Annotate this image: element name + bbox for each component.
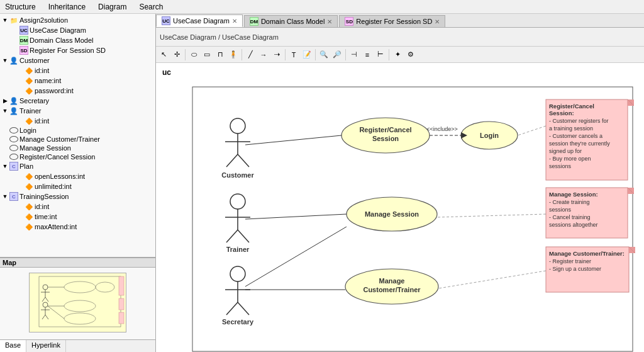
svg-line-57: [245, 227, 347, 287]
svg-line-39: [238, 302, 249, 315]
svg-text:Register/Cancel: Register/Cancel: [359, 126, 411, 133]
tree-label-uc: UseCase Diagram: [30, 26, 86, 34]
svg-text:Trainer: Trainer: [226, 246, 250, 253]
svg-text:- Customer cancels a: - Customer cancels a: [549, 133, 602, 139]
tool-align-right[interactable]: ⊢: [374, 48, 387, 61]
tab-close-dcm[interactable]: ✕: [327, 18, 332, 25]
sd-icon: SD: [19, 46, 28, 55]
expand-sd[interactable]: [11, 47, 19, 54]
tool-package[interactable]: ⊓: [214, 48, 226, 61]
tab-close-sd[interactable]: ✕: [435, 18, 440, 25]
tree-item-managecustomertrainer[interactable]: Manage Customer/Trainer: [1, 135, 154, 144]
tree-item-trainer[interactable]: ▼ 👤 Trainer: [1, 106, 154, 116]
expand-uc[interactable]: [11, 26, 19, 34]
svg-line-33: [238, 230, 249, 242]
tree-label-plan-ul: unlimited:int: [35, 183, 72, 190]
menu-search[interactable]: Search: [136, 2, 165, 12]
tree-item-plan[interactable]: ▼ C Plan: [1, 161, 154, 171]
tool-align-left[interactable]: ⊣: [348, 48, 360, 61]
tree-item-usecasediagram[interactable]: UC UseCase Diagram: [1, 25, 154, 35]
actor-icon-customer: 👤: [9, 56, 18, 65]
tree-item-customer[interactable]: ▼ 👤 Customer: [1, 55, 154, 65]
tree-item-domainclassmodel[interactable]: DM Domain Class Model: [1, 35, 154, 45]
expand-trainer[interactable]: ▼: [1, 107, 9, 115]
tool-dashed[interactable]: ⇢: [270, 48, 283, 61]
svg-text:signed up for: signed up for: [549, 148, 582, 154]
tree-item-customer-password[interactable]: 🔶 password:int: [1, 86, 154, 96]
svg-text:- Register trainer: - Register trainer: [549, 258, 591, 264]
tool-oval[interactable]: ⬭: [187, 48, 200, 61]
svg-text:- Create training: - Create training: [549, 199, 590, 205]
uc-icon: UC: [19, 26, 28, 35]
tree-label-rcs: Register/Cancel Session: [19, 153, 95, 161]
drawing-toolbar: ↖ ✢ ⬭ ▭ ⊓ 🧍 ╱ → ⇢ T 📝 🔍 🔎 ⊣ ≡ ⊢: [156, 47, 644, 63]
diagram-canvas[interactable]: uc Customer: [156, 63, 644, 352]
tool-select[interactable]: ↖: [157, 48, 170, 61]
tool-text[interactable]: T: [287, 48, 300, 61]
tool-zoom-out[interactable]: 🔎: [331, 48, 343, 61]
tree-item-secretary[interactable]: ▶ 👤 Secretary: [1, 96, 154, 106]
tool-arrow[interactable]: →: [257, 48, 270, 61]
tab-base[interactable]: Base: [0, 340, 26, 352]
svg-line-5: [45, 297, 48, 302]
svg-line-9: [42, 315, 45, 319]
bottom-bar: Base Hyperlink: [0, 339, 155, 352]
svg-line-38: [226, 302, 238, 315]
tree-item-registercancelsession[interactable]: Register/Cancel Session: [1, 152, 154, 161]
svg-point-13: [64, 300, 96, 312]
app-container: Structure Inheritance Diagram Search ▼ 📁…: [0, 0, 644, 352]
tab-label-dcm: Domain Class Model: [261, 18, 325, 25]
expand-dcm[interactable]: [11, 37, 19, 44]
svg-point-14: [64, 313, 96, 324]
tab-hyperlink[interactable]: Hyperlink: [26, 340, 66, 352]
tool-line[interactable]: ╱: [244, 48, 257, 61]
tree-item-registersessionsd[interactable]: SD Register For Session SD: [1, 45, 154, 55]
svg-rect-19: [119, 276, 124, 295]
expand-secretary[interactable]: ▶: [1, 97, 9, 105]
expand-ts[interactable]: ▼: [1, 193, 9, 200]
tree-item-assign2solution[interactable]: ▼ 📁 Assign2solution: [1, 15, 154, 25]
usecase-item-icon-ms: [9, 145, 18, 151]
menu-diagram[interactable]: Diagram: [96, 2, 129, 12]
tab-close-uc[interactable]: ✕: [232, 18, 237, 25]
tree-item-trainer-id[interactable]: 🔶 id:int: [1, 116, 154, 126]
tree-item-trainingsession[interactable]: ▼ C TrainingSession: [1, 191, 154, 202]
tab-domainclassmodel[interactable]: DM Domain Class Model ✕: [244, 15, 338, 27]
tree-panel: ▼ 📁 Assign2solution UC UseCase Diagram D…: [0, 14, 155, 258]
map-header: Map: [0, 258, 155, 268]
tab-registersessionsd[interactable]: SD Register For Session SD ✕: [339, 15, 445, 27]
tree-item-customer-id[interactable]: 🔶 id:int: [1, 65, 154, 76]
tool-align-center[interactable]: ≡: [361, 48, 374, 61]
svg-point-23: [230, 118, 245, 133]
tab-usecasediagram[interactable]: UC UseCase Diagram ✕: [156, 14, 243, 27]
menu-structure[interactable]: Structure: [3, 2, 38, 12]
tool-rect[interactable]: ▭: [201, 48, 213, 61]
tree-item-managesession[interactable]: Manage Session: [1, 144, 154, 152]
tree-item-ts-time[interactable]: 🔶 time:int: [1, 212, 154, 222]
tool-zoom-in[interactable]: 🔍: [318, 48, 330, 61]
tree-item-ts-maxattend[interactable]: 🔶 maxAttend:int: [1, 222, 154, 232]
menu-inheritance[interactable]: Inheritance: [46, 2, 88, 12]
tree-item-customer-name[interactable]: 🔶 name:int: [1, 76, 154, 86]
expand-customer[interactable]: ▼: [1, 57, 9, 64]
tool-note[interactable]: 📝: [301, 48, 313, 61]
tree-item-plan-openlessons[interactable]: 🔶 openLessons:int: [1, 171, 154, 181]
tool-move[interactable]: ✢: [170, 48, 183, 61]
svg-line-27: [238, 154, 249, 167]
tree-label-customer: Customer: [19, 57, 50, 64]
tree-item-login[interactable]: Login: [1, 126, 154, 135]
tree-label-plan-ol: openLessons:int: [35, 173, 85, 180]
tool-actor[interactable]: 🧍: [227, 48, 240, 61]
tree-item-plan-unlimited[interactable]: 🔶 unlimited:int: [1, 181, 154, 191]
expand-assign2solution[interactable]: ▼: [1, 16, 9, 24]
tool-autoformat[interactable]: ✦: [391, 48, 404, 61]
main-area: ▼ 📁 Assign2solution UC UseCase Diagram D…: [0, 14, 644, 352]
expand-plan[interactable]: ▼: [1, 162, 9, 170]
svg-point-35: [230, 266, 245, 281]
tree-item-ts-id[interactable]: 🔶 id:int: [1, 202, 154, 212]
svg-point-12: [96, 282, 114, 292]
tool-settings[interactable]: ⚙: [404, 48, 417, 61]
svg-line-79: [437, 214, 546, 217]
svg-text:Session: Session: [372, 135, 399, 142]
tab-label-sd: Register For Session SD: [356, 18, 432, 25]
